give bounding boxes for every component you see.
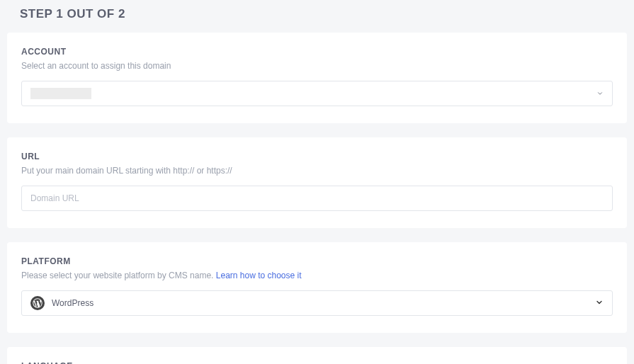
account-value-redacted [30, 88, 91, 99]
platform-label: PLATFORM [21, 256, 613, 266]
platform-selected-value: WordPress [52, 298, 94, 308]
platform-help: Please select your website platform by C… [21, 271, 613, 280]
platform-learn-link[interactable]: Learn how to choose it [216, 271, 302, 280]
account-select[interactable] [21, 81, 613, 106]
language-card: LANGUAGE Select the base language of you… [7, 347, 627, 364]
domain-url-input[interactable] [21, 186, 613, 211]
chevron-down-icon [596, 87, 604, 100]
url-help: Put your main domain URL starting with h… [21, 166, 613, 176]
platform-select[interactable]: WordPress [21, 290, 613, 316]
platform-card: PLATFORM Please select your website plat… [7, 242, 627, 333]
language-label: LANGUAGE [21, 361, 613, 364]
step-title: STEP 1 OUT OF 2 [7, 0, 627, 33]
chevron-down-icon [595, 297, 604, 309]
url-label: URL [21, 152, 613, 161]
platform-help-text: Please select your website platform by C… [21, 271, 216, 280]
wordpress-icon [30, 296, 45, 310]
account-help: Select an account to assign this domain [21, 61, 613, 71]
account-card: ACCOUNT Select an account to assign this… [7, 33, 627, 123]
url-card: URL Put your main domain URL starting wi… [7, 137, 627, 228]
account-label: ACCOUNT [21, 47, 613, 57]
